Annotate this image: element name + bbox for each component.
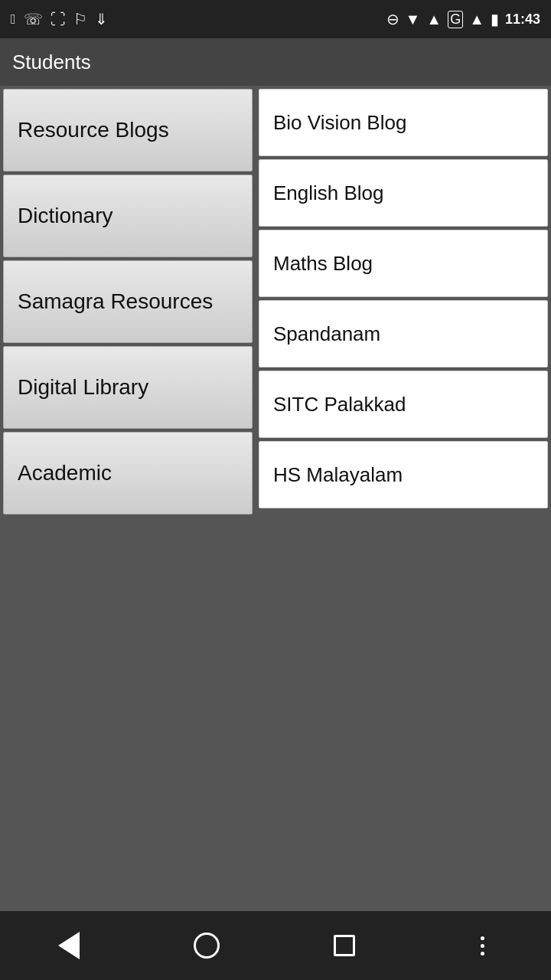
spandanam-label: Spandanam xyxy=(273,322,380,346)
time-display: 11:43 xyxy=(505,11,540,28)
home-button[interactable] xyxy=(184,923,230,969)
resource-blogs-label: Resource Blogs xyxy=(18,118,169,142)
maths-blog-button[interactable]: Maths Blog xyxy=(259,230,548,297)
title-bar: Students xyxy=(0,38,551,86)
sitc-palakkad-label: SITC Palakkad xyxy=(273,393,406,416)
right-menu: Bio Vision Blog English Blog Maths Blog … xyxy=(256,89,548,908)
status-icons-right: ⊖ ▼ ▲ G ▲ ▮ 11:43 xyxy=(386,10,540,28)
hs-malayalam-label: HS Malayalam xyxy=(273,463,403,487)
bio-vision-blog-button[interactable]: Bio Vision Blog xyxy=(259,89,548,156)
maths-blog-label: Maths Blog xyxy=(273,252,373,276)
g-icon: G xyxy=(448,11,463,28)
battery-icon: ▮ xyxy=(491,10,499,28)
gallery-icon: ⛶ xyxy=(51,11,66,28)
bio-vision-blog-label: Bio Vision Blog xyxy=(273,111,406,135)
signal-bars-icon: ▲ xyxy=(469,11,484,28)
whatsapp-icon: ☏ xyxy=(24,10,43,28)
dictionary-button[interactable]: Dictionary xyxy=(3,175,253,257)
sitc-palakkad-button[interactable]: SITC Palakkad xyxy=(259,371,548,438)
digital-library-label: Digital Library xyxy=(18,375,148,400)
digital-library-button[interactable]: Digital Library xyxy=(3,346,253,429)
english-blog-label: English Blog xyxy=(273,181,384,205)
resource-blogs-button[interactable]: Resource Blogs xyxy=(3,89,253,172)
page-title: Students xyxy=(12,51,91,74)
shield-icon: ⚐ xyxy=(73,10,87,28)
dictionary-label: Dictionary xyxy=(18,204,112,228)
samagra-resources-button[interactable]: Samagra Resources xyxy=(3,260,253,343)
academic-button[interactable]: Academic xyxy=(3,432,253,514)
samagra-resources-label: Samagra Resources xyxy=(18,289,213,314)
english-blog-button[interactable]: English Blog xyxy=(259,159,548,227)
minus-icon: ⊖ xyxy=(386,10,399,28)
status-icons-left:  ☏ ⛶ ⚐ ⇓ xyxy=(11,10,108,28)
nav-bar xyxy=(0,911,551,980)
download-icon: ⇓ xyxy=(95,10,108,28)
back-icon xyxy=(58,932,80,959)
hs-malayalam-button[interactable]: HS Malayalam xyxy=(259,441,548,508)
spandanam-button[interactable]: Spandanam xyxy=(259,300,548,368)
main-content: Resource Blogs Dictionary Samagra Resour… xyxy=(0,86,551,911)
facebook-icon:  xyxy=(11,11,16,28)
more-icon xyxy=(481,936,484,956)
status-bar:  ☏ ⛶ ⚐ ⇓ ⊖ ▼ ▲ G ▲ ▮ 11:43 xyxy=(0,0,551,38)
more-button[interactable] xyxy=(459,923,505,969)
wifi-icon: ▼ xyxy=(406,11,421,28)
recents-icon xyxy=(334,935,355,956)
back-button[interactable] xyxy=(46,923,92,969)
signal-icon: ▲ xyxy=(426,11,442,28)
academic-label: Academic xyxy=(18,461,112,485)
recents-button[interactable] xyxy=(321,923,367,969)
left-menu: Resource Blogs Dictionary Samagra Resour… xyxy=(3,89,256,908)
home-icon xyxy=(194,933,220,959)
